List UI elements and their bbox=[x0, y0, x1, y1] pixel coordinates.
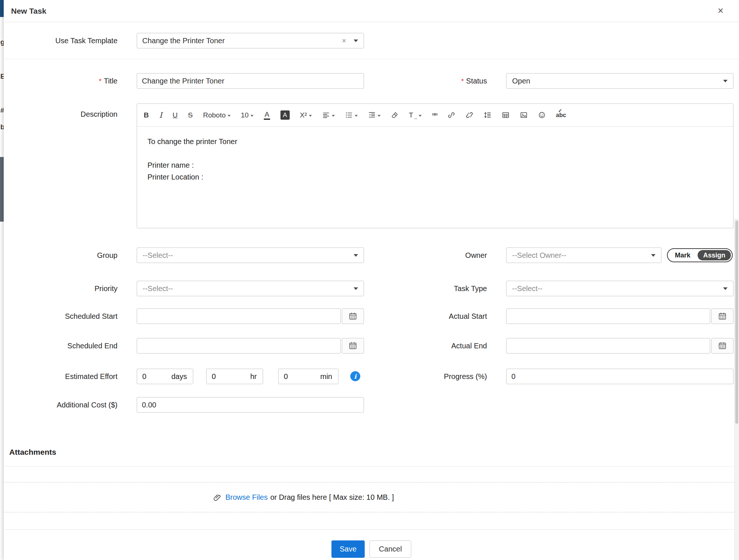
clear-icon[interactable]: × bbox=[337, 37, 351, 45]
actual-start-input[interactable] bbox=[506, 308, 710, 324]
spellcheck-button[interactable]: abc ✓ bbox=[556, 112, 566, 119]
use-task-template-label: Use Task Template bbox=[4, 22, 118, 59]
clear-format-button[interactable] bbox=[391, 111, 399, 119]
save-button[interactable]: Save bbox=[331, 540, 365, 558]
background-text-fragment: # bbox=[0, 106, 4, 115]
font-color-icon[interactable]: A bbox=[264, 110, 270, 120]
priority-select[interactable]: --Select-- bbox=[137, 281, 364, 296]
background-text-fragment: b bbox=[0, 123, 4, 131]
status-value: Open bbox=[512, 77, 530, 85]
actual-end-calendar-button[interactable] bbox=[711, 338, 733, 354]
owner-label: Owner bbox=[376, 247, 487, 263]
actual-end-input[interactable] bbox=[506, 338, 710, 354]
task-template-value: Change the Printer Toner bbox=[137, 37, 337, 45]
scheduled-end-calendar-button[interactable] bbox=[342, 338, 364, 354]
emoji-button[interactable] bbox=[538, 111, 546, 119]
background-text-fragment: E bbox=[0, 72, 4, 81]
description-label: Description bbox=[4, 106, 118, 122]
calendar-icon bbox=[348, 312, 357, 321]
text-direction-icon: T→ bbox=[409, 111, 417, 119]
task-type-select[interactable]: --Select-- bbox=[506, 281, 733, 296]
scheduled-end-label: Scheduled End bbox=[4, 338, 118, 354]
effort-days-input[interactable] bbox=[142, 372, 159, 381]
chevron-down-icon[interactable] bbox=[351, 40, 364, 42]
background-header-fragment bbox=[0, 0, 4, 17]
table-icon bbox=[502, 111, 510, 119]
chevron-down-icon bbox=[354, 287, 358, 290]
chevron-down-icon bbox=[355, 115, 358, 117]
remove-link-button[interactable] bbox=[466, 111, 473, 119]
progress-input[interactable] bbox=[506, 369, 733, 384]
italic-icon[interactable]: I bbox=[159, 111, 162, 120]
scheduled-start-label: Scheduled Start bbox=[4, 308, 118, 324]
blockquote-icon[interactable]: ”” bbox=[432, 111, 437, 119]
effort-hours-input[interactable] bbox=[212, 372, 229, 381]
attachments-dropzone[interactable]: Browse Files or Drag files here [ Max si… bbox=[4, 482, 734, 512]
font-size-dropdown[interactable]: 10 bbox=[241, 111, 253, 119]
description-text[interactable]: To change the printer Toner Printer name… bbox=[137, 127, 733, 228]
actual-start-calendar-button[interactable] bbox=[711, 308, 733, 324]
mark-option[interactable]: Mark bbox=[668, 252, 698, 259]
dialog-header: New Task × bbox=[4, 0, 739, 22]
additional-cost-input[interactable] bbox=[137, 397, 364, 413]
estimated-effort-label: Estimated Effort bbox=[4, 369, 118, 384]
strikethrough-icon[interactable]: S bbox=[188, 111, 193, 119]
attachments-heading: Attachments bbox=[9, 448, 56, 457]
owner-placeholder: --Select Owner-- bbox=[512, 251, 566, 260]
task-type-label: Task Type bbox=[376, 281, 487, 296]
highlight-color-icon[interactable]: A bbox=[280, 110, 290, 120]
calendar-icon bbox=[348, 341, 357, 350]
chevron-down-icon bbox=[723, 287, 728, 290]
link-icon bbox=[447, 111, 455, 119]
superscript-dropdown[interactable]: X² bbox=[300, 111, 312, 119]
status-label-text: Status bbox=[466, 77, 487, 85]
scheduled-start-calendar-button[interactable] bbox=[342, 308, 364, 324]
indent-dropdown[interactable] bbox=[368, 111, 381, 119]
dialog-title: New Task bbox=[11, 0, 46, 22]
effort-minutes-input[interactable] bbox=[284, 372, 301, 381]
line-height-button[interactable] bbox=[484, 111, 491, 119]
text-direction-dropdown[interactable]: T→ bbox=[409, 111, 422, 119]
additional-cost-label: Additional Cost ($) bbox=[4, 397, 118, 413]
task-template-combobox[interactable]: Change the Printer Toner × bbox=[137, 33, 364, 48]
insert-link-button[interactable] bbox=[447, 111, 455, 119]
bold-icon[interactable]: B bbox=[144, 111, 149, 119]
attachments-divider bbox=[4, 466, 734, 467]
actual-start-label: Actual Start bbox=[376, 308, 487, 324]
scrollbar-thumb[interactable] bbox=[735, 221, 738, 424]
font-family-dropdown[interactable]: Roboto bbox=[203, 111, 230, 119]
emoji-icon bbox=[538, 111, 546, 119]
owner-select[interactable]: --Select Owner-- bbox=[506, 247, 661, 263]
paperclip-icon bbox=[213, 493, 221, 502]
effort-minutes-field: min bbox=[278, 369, 338, 384]
effort-hours-field: hr bbox=[206, 369, 263, 384]
status-label: *Status bbox=[376, 73, 487, 89]
new-task-dialog: New Task × Use Task Template Change the … bbox=[4, 0, 739, 560]
title-input[interactable] bbox=[137, 73, 364, 89]
close-icon[interactable]: × bbox=[718, 0, 723, 21]
line-height-icon bbox=[484, 111, 491, 119]
mark-assign-toggle[interactable]: Mark Assign bbox=[667, 248, 733, 262]
align-dropdown[interactable] bbox=[322, 111, 335, 119]
font-size-value: 10 bbox=[241, 111, 249, 119]
group-select[interactable]: --Select-- bbox=[137, 247, 364, 263]
cancel-button[interactable]: Cancel bbox=[370, 540, 411, 558]
insert-image-button[interactable] bbox=[520, 111, 528, 119]
group-label: Group bbox=[4, 247, 118, 263]
scheduled-start-input[interactable] bbox=[137, 308, 341, 324]
chevron-down-icon bbox=[354, 254, 358, 257]
calendar-icon bbox=[718, 312, 727, 321]
underline-icon[interactable]: U bbox=[173, 111, 178, 119]
status-select[interactable]: Open bbox=[506, 73, 733, 89]
title-label-text: Title bbox=[104, 77, 118, 85]
required-asterisk: * bbox=[461, 77, 464, 85]
browse-files-link[interactable]: Browse Files bbox=[225, 493, 268, 502]
vertical-scrollbar[interactable] bbox=[734, 219, 739, 560]
scheduled-end-input[interactable] bbox=[137, 338, 341, 354]
info-icon[interactable]: i bbox=[350, 371, 360, 381]
assign-option[interactable]: Assign bbox=[698, 250, 731, 260]
eraser-icon bbox=[391, 111, 399, 119]
group-placeholder: --Select-- bbox=[143, 251, 173, 260]
list-dropdown[interactable] bbox=[345, 111, 358, 119]
insert-table-button[interactable] bbox=[502, 111, 510, 119]
